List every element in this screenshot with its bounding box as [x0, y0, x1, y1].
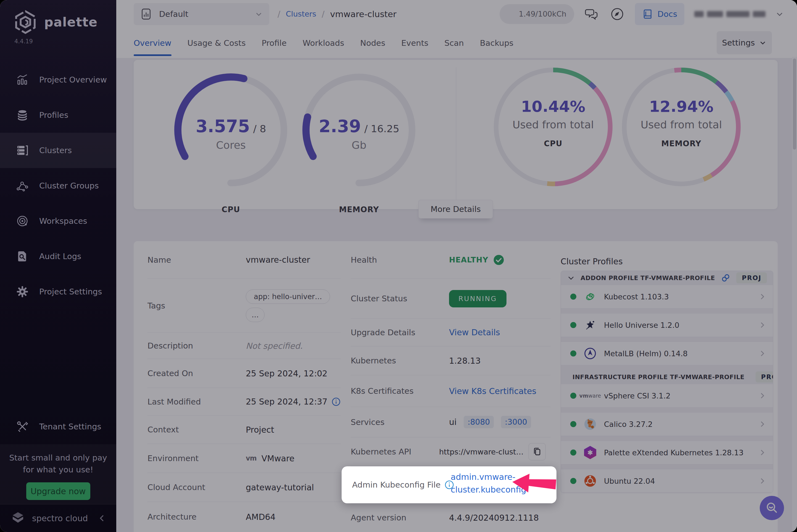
cpu-gauge-label: CPU — [173, 205, 289, 214]
workspaces-icon — [16, 215, 29, 227]
palette-logo-icon — [13, 10, 38, 35]
tab-nodes[interactable]: Nodes — [360, 28, 385, 58]
tab-usage-costs[interactable]: Usage & Costs — [187, 28, 246, 58]
collapse-sidebar-icon[interactable] — [98, 514, 106, 522]
sidebar-item-cluster-groups[interactable]: Cluster Groups — [0, 168, 116, 203]
memory-used-value: 2.39 — [319, 116, 361, 136]
status-dot — [570, 450, 576, 456]
status-dot — [570, 293, 576, 300]
breadcrumb-clusters-link[interactable]: Clusters — [286, 10, 316, 18]
tag-chip[interactable]: app: hello-univer… — [246, 289, 330, 304]
tools-icon — [16, 420, 29, 433]
breadcrumb-current: vmware-cluster — [330, 9, 397, 19]
calico-icon — [583, 417, 597, 431]
cluster-profiles-panel: ADDON PROFILE TF-VMWARE-PROFILE PROJ Kub… — [561, 271, 773, 493]
scrollbar-thumb[interactable] — [793, 58, 796, 150]
status-dot — [570, 393, 576, 399]
user-menu-chevron-icon[interactable] — [776, 10, 784, 18]
upgrade-promo: Start small and only pay for what you us… — [0, 444, 116, 504]
health-status: HEALTHY — [449, 254, 504, 265]
upgrade-now-button[interactable]: Upgrade now — [26, 482, 90, 500]
profile-layer-palette-extended-kubernetes[interactable]: Palette eXtended Kubernetes 1.28.13 — [561, 441, 773, 464]
explore-button[interactable] — [610, 6, 625, 22]
spectro-cloud-logo — [10, 510, 26, 526]
sidebar-item-audit-logs[interactable]: Audit Logs — [0, 239, 116, 274]
description-value: Not specified. — [246, 341, 303, 351]
project-scope-selector[interactable]: Default — [134, 3, 269, 25]
topbar-right: 1.49/100kCh Docs — [500, 3, 784, 25]
status-dot — [570, 322, 576, 328]
docs-label: Docs — [657, 10, 677, 19]
sidebar-item-project-overview[interactable]: Project Overview — [0, 62, 116, 97]
feedback-button[interactable] — [584, 6, 600, 22]
sidebar-item-label: Profiles — [39, 110, 68, 120]
sidebar-item-project-settings[interactable]: Project Settings — [0, 274, 116, 309]
cpu-donut-caption: Used from total — [512, 119, 594, 131]
detail-row-description: Description Not specified. — [147, 333, 341, 359]
cluster-profiles-title: Cluster Profiles — [561, 256, 623, 266]
sidebar-item-profiles[interactable]: Profiles — [0, 97, 116, 133]
agent-version-value: 4.4.9/20240912.1118 — [449, 513, 539, 522]
sidebar-nav: Project Overview Profiles Cluste — [0, 62, 116, 309]
service-port-link-8080[interactable]: :8080 — [464, 416, 494, 428]
usage-credits-badge: 1.49/100kCh — [500, 4, 574, 24]
memory-usage-gauge: 2.39 / 16.25 Gb MEMORY — [301, 72, 417, 188]
profile-layer-kubecost[interactable]: Kubecost 1.103.3 — [561, 285, 773, 308]
sidebar: palette 4.4.19 Project Overview Profiles — [0, 0, 116, 532]
status-dot — [570, 421, 576, 427]
memory-donut-label: MEMORY — [662, 139, 702, 148]
addon-profile-header[interactable]: ADDON PROFILE TF-VMWARE-PROFILE PROJ — [561, 271, 773, 285]
tags-overflow-chip[interactable]: … — [246, 308, 265, 322]
tab-workloads[interactable]: Workloads — [303, 28, 344, 58]
vmware-icon: vmware — [583, 388, 597, 403]
detail-row-kubernetes: Kubernetes 1.28.13 — [351, 346, 551, 375]
detail-row-agent-version: Agent version 4.4.9/20240912.1118 — [351, 504, 551, 532]
memory-gauge-label: MEMORY — [301, 205, 417, 214]
kubecost-icon — [583, 289, 597, 304]
profile-layer-metallb[interactable]: MetalLB (Helm) 0.14.8 — [561, 342, 773, 365]
compass-icon — [610, 6, 625, 22]
link-icon[interactable] — [721, 273, 731, 283]
infrastructure-profile-header[interactable]: INFRASTRUCTURE PROFILE TF-VMWARE-PROFILE… — [561, 370, 773, 384]
profile-layer-calico[interactable]: Calico 3.27.2 — [561, 412, 773, 436]
help-search-fab[interactable] — [760, 496, 784, 520]
chat-bubbles-icon — [584, 6, 600, 22]
tab-profile[interactable]: Profile — [262, 28, 287, 58]
memory-total-donut: 12.94% Used from total MEMORY — [622, 68, 741, 186]
last-modified-info-icon[interactable] — [331, 397, 341, 406]
app-logo: palette — [0, 0, 116, 35]
view-k8s-certificates-link[interactable]: View K8s Certificates — [449, 386, 536, 396]
sidebar-footer: spectro cloud — [0, 504, 116, 532]
more-details-button[interactable]: More Details — [418, 200, 493, 218]
profile-layer-vsphere-csi[interactable]: vmware vSphere CSI 3.1.2 — [561, 384, 773, 407]
chevron-down-icon — [759, 39, 766, 46]
tab-events[interactable]: Events — [401, 28, 428, 58]
cluster-groups-icon — [16, 179, 29, 192]
service-port-link-3000[interactable]: :3000 — [501, 416, 531, 428]
page-scrollbar[interactable] — [792, 57, 797, 532]
footer-brand: spectro cloud — [32, 514, 88, 523]
sidebar-item-tenant-settings[interactable]: Tenant Settings — [0, 409, 116, 444]
docs-button[interactable]: Docs — [635, 3, 684, 25]
view-details-link[interactable]: View Details — [449, 327, 500, 337]
tab-overview[interactable]: Overview — [134, 28, 171, 58]
chevron-down-icon — [255, 10, 262, 18]
admin-kubeconfig-label: Admin Kubeconfig File — [352, 480, 440, 490]
tab-backups[interactable]: Backups — [480, 28, 513, 58]
cpu-unit: Cores — [216, 139, 246, 151]
settings-button[interactable]: Settings — [717, 31, 772, 54]
project-scope-value: Default — [159, 10, 188, 19]
detail-row-kubernetes-api: Kubernetes API https://vmware-clust… — [351, 437, 551, 466]
app-version: 4.4.19 — [0, 35, 116, 45]
tab-scan[interactable]: Scan — [444, 28, 464, 58]
sidebar-item-clusters[interactable]: Clusters — [0, 133, 116, 168]
ubuntu-icon — [583, 474, 597, 488]
detail-row-name: Name vmware-cluster — [147, 241, 341, 279]
memory-total-value: / 16.25 — [364, 123, 399, 134]
copy-api-url-button[interactable] — [529, 443, 546, 460]
profile-layer-hello-universe[interactable]: Hello Universe 1.2.0 — [561, 313, 773, 337]
detail-row-services: Services ui :8080 :3000 — [351, 407, 551, 437]
chevron-right-icon — [758, 292, 766, 301]
sidebar-item-workspaces[interactable]: Workspaces — [0, 203, 116, 239]
profile-layer-ubuntu[interactable]: Ubuntu 22.04 — [561, 469, 773, 493]
